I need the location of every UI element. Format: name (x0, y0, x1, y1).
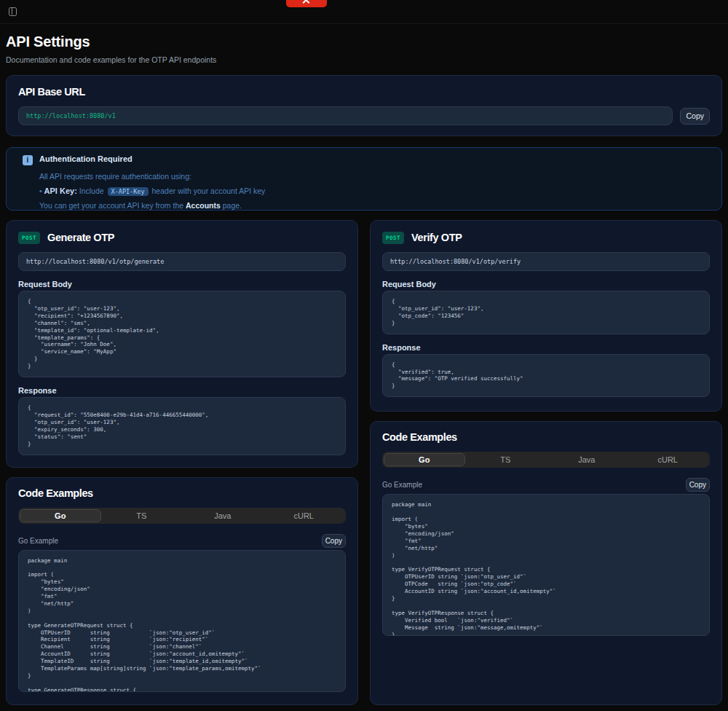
code-examples-title-right: Code Examples (382, 432, 710, 443)
code-examples-card-generate: Code Examples Go TS Java cURL Go Example… (6, 477, 358, 706)
auth-note-title: Authentication Required (39, 155, 265, 163)
tab-curl-right[interactable]: cURL (628, 453, 709, 466)
tab-ts-right[interactable]: TS (465, 453, 547, 466)
tab-go-right[interactable]: Go (384, 453, 465, 466)
code-examples-title: Code Examples (18, 488, 346, 499)
go-example-code-verify: package main import ( "bytes" "encoding/… (382, 494, 710, 636)
generate-otp-title: Generate OTP (47, 232, 114, 243)
code-copy-button-right[interactable]: Copy (686, 478, 710, 492)
tab-java[interactable]: Java (182, 509, 264, 522)
code-copy-button[interactable]: Copy (322, 534, 346, 548)
stop-share-button[interactable] (286, 0, 327, 7)
auth-note-bullet-pre: Include (79, 186, 104, 195)
verify-otp-url[interactable]: http://localhost:8080/v1/otp/verify (382, 252, 710, 271)
info-icon: i (23, 155, 33, 165)
auth-required-note: i Authentication Required All API reques… (6, 147, 722, 211)
base-url-copy-button[interactable]: Copy (680, 108, 710, 125)
generate-response-body: { "request_id": "550e8400-e29b-41d4-a716… (18, 397, 346, 455)
x-api-key-chip: X-API-Key (108, 187, 149, 196)
auth-note-footer: You can get your account API key from th… (39, 202, 265, 210)
right-column: POST Verify OTP http://localhost:8080/v1… (370, 220, 722, 705)
tab-java-right[interactable]: Java (546, 453, 628, 466)
language-tabs: Go TS Java cURL (18, 508, 346, 524)
auth-note-bullet-label: API Key: (44, 186, 77, 195)
generate-otp-url[interactable]: http://localhost:8080/v1/otp/generate (18, 252, 346, 271)
api-base-url-card: API Base URL http://localhost:8080/v1 Co… (6, 75, 722, 136)
tab-go[interactable]: Go (20, 509, 101, 522)
go-example-label-right: Go Example (382, 481, 422, 489)
page-title: API Settings (6, 34, 722, 50)
post-badge: POST (18, 232, 40, 244)
go-example-code-generate: package main import ( "bytes" "encoding/… (18, 550, 346, 692)
verify-request-label: Request Body (382, 280, 710, 288)
auth-note-line1: All API requests require authentication … (39, 173, 265, 181)
base-url-title: API Base URL (18, 87, 710, 98)
page-content: API Settings Documentation and code exam… (0, 34, 728, 705)
left-column: POST Generate OTP http://localhost:8080/… (6, 220, 358, 705)
tab-curl[interactable]: cURL (264, 509, 345, 522)
page-subtitle: Documentation and code examples for the … (6, 55, 722, 64)
language-tabs-right: Go TS Java cURL (382, 452, 710, 468)
base-url-value[interactable]: http://localhost:8080/v1 (18, 106, 673, 125)
code-examples-card-verify: Code Examples Go TS Java cURL Go Example… (370, 421, 722, 705)
generate-otp-card: POST Generate OTP http://localhost:8080/… (6, 220, 358, 468)
sidebar-toggle-icon[interactable] (9, 7, 17, 16)
verify-request-body: { "otp_user_id": "user-123", "otp_code":… (382, 291, 710, 334)
go-example-label: Go Example (18, 537, 58, 545)
auth-note-footer-post: page. (223, 201, 242, 210)
generate-response-label: Response (18, 386, 346, 395)
accounts-link[interactable]: Accounts (186, 201, 221, 210)
verify-otp-title: Verify OTP (411, 232, 462, 243)
generate-request-body: { "otp_user_id": "user-123", "recipient"… (18, 291, 346, 377)
verify-otp-card: POST Verify OTP http://localhost:8080/v1… (370, 220, 722, 412)
topbar (0, 0, 728, 24)
tab-ts[interactable]: TS (101, 509, 183, 522)
verify-response-label: Response (382, 343, 710, 352)
post-badge: POST (382, 232, 404, 244)
verify-response-body: { "verified": true, "message": "OTP veri… (382, 354, 710, 398)
auth-note-bullet-post: header with your account API key (152, 186, 266, 195)
auth-note-bullet: • API Key: Include X-API-Key header with… (39, 187, 265, 196)
auth-note-footer-pre: You can get your account API key from th… (39, 201, 183, 210)
generate-request-label: Request Body (18, 280, 346, 288)
